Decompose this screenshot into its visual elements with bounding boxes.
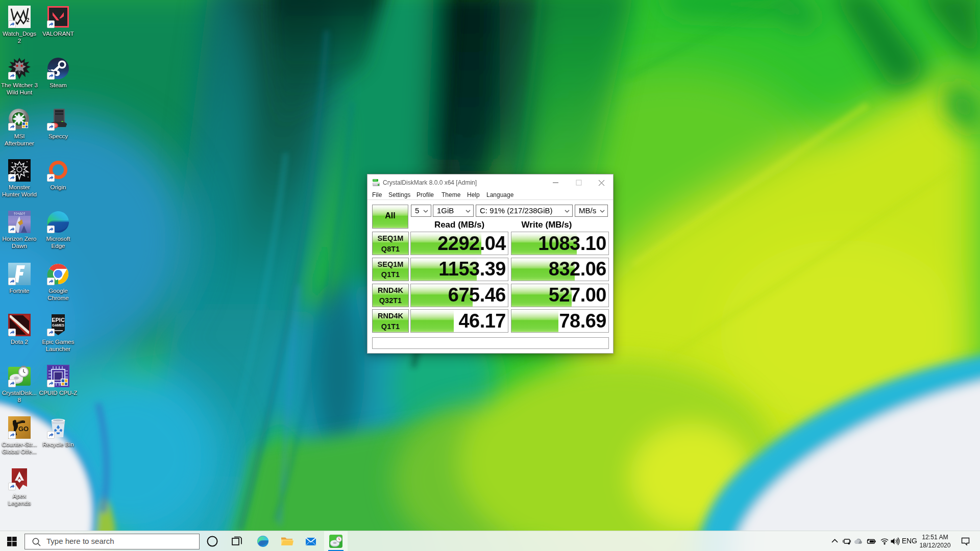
svg-text:GAMES: GAMES xyxy=(52,323,65,327)
svg-text:2: 2 xyxy=(27,17,30,23)
svg-text:EPIC: EPIC xyxy=(52,317,65,323)
svg-text:GO: GO xyxy=(18,425,29,433)
svg-text:†◊≡∆◊†: †◊≡∆◊† xyxy=(13,212,25,215)
